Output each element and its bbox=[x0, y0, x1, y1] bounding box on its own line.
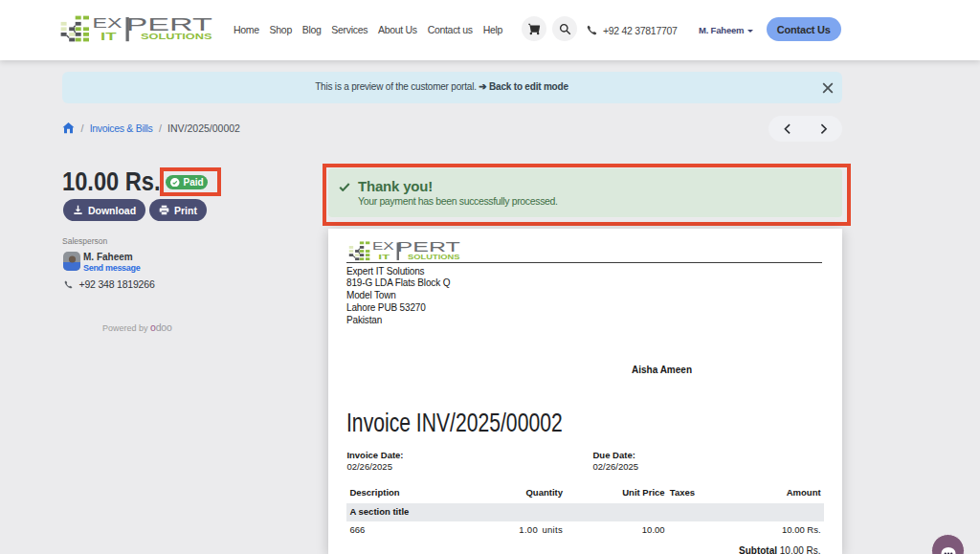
svg-text:SOLUTIONS: SOLUTIONS bbox=[408, 253, 460, 259]
svg-text:IT: IT bbox=[100, 30, 118, 41]
svg-text:EX: EX bbox=[372, 241, 394, 252]
svg-text:SOLUTIONS: SOLUTIONS bbox=[141, 31, 212, 41]
svg-text:EX: EX bbox=[93, 15, 123, 31]
svg-text:IT: IT bbox=[378, 252, 390, 260]
